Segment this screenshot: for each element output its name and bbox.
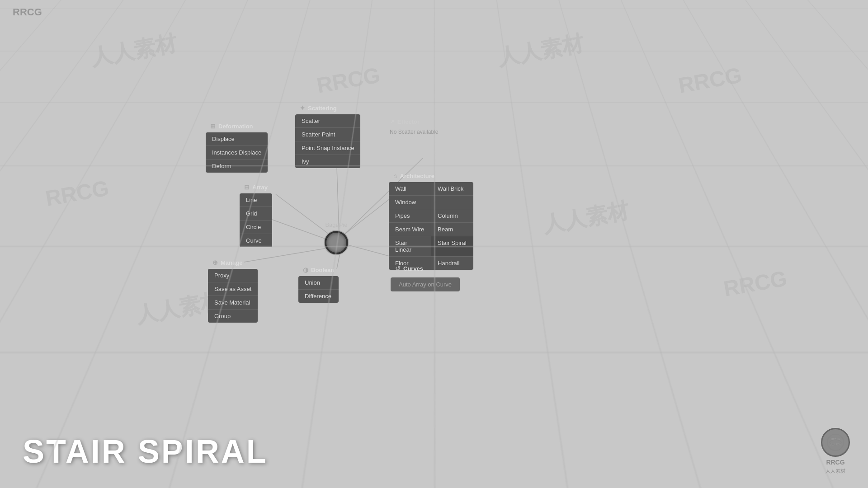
effector-icon: ↗ (390, 118, 395, 125)
array-icon: ⊟ (244, 183, 250, 191)
arch-item-stair-spiral[interactable]: Stair Spiral (431, 236, 473, 256)
manage-icon: ⊕ (212, 259, 218, 266)
scattering-header: ✦ Scattering (295, 102, 360, 114)
rrcg-logo-circle: RRCG 人人素材 (821, 428, 850, 457)
curves-header: ↺ Curves (391, 262, 460, 275)
boolean-header: ◑ Boolean (298, 263, 339, 276)
scattering-panel: ✦ Scattering Scatter Scatter Paint Point… (295, 102, 360, 168)
boolean-icon: ◑ (303, 266, 308, 273)
array-title: Array (252, 184, 268, 191)
array-item-grid[interactable]: Grid (240, 207, 272, 221)
manage-item-group[interactable]: Group (208, 310, 258, 323)
curves-panel: ↺ Curves Auto Array on Curve (391, 262, 460, 291)
boolean-title: Boolean (311, 267, 334, 273)
array-header: ⊟ Array (240, 181, 272, 193)
scattering-items: Scatter Scatter Paint Point Snap Instanc… (295, 114, 360, 168)
manage-panel: ⊕ Manage Proxy Save as Asset Save Materi… (208, 256, 258, 323)
effector-sub: No Scatter available (390, 127, 438, 137)
array-items: Line Grid Circle Curve (240, 193, 272, 247)
deformation-item-instances-displace[interactable]: Instances Displace (206, 146, 268, 160)
curves-icon: ↺ (395, 265, 401, 272)
svg-line-3 (344, 194, 396, 235)
effector-title: Effector (397, 118, 420, 125)
watermark-2: RRCG (315, 62, 382, 98)
scattering-icon: ✦ (300, 104, 305, 112)
arch-item-pipes[interactable]: Pipes (389, 209, 431, 222)
curves-title: Curves (403, 265, 423, 272)
manage-title: Manage (221, 259, 242, 266)
arch-item-window[interactable]: Window (389, 196, 431, 209)
arch-item-wall-brick[interactable]: Wall Brick (431, 182, 473, 195)
watermark-4: RRCG (676, 62, 744, 98)
arch-item-wall[interactable]: Wall (389, 182, 431, 195)
watermark-1: 人人素材 (89, 29, 179, 72)
array-item-line[interactable]: Line (240, 193, 272, 207)
rrcg-logo-text: RRCG (826, 459, 844, 466)
deformation-items: Displace Instances Displace Deform (206, 132, 268, 173)
architecture-header: ⌂ Architecture (389, 169, 473, 182)
watermark-6: 人人素材 (541, 196, 631, 239)
scattering-item-scatter-paint[interactable]: Scatter Paint (295, 128, 360, 141)
scattering-title: Scattering (308, 105, 337, 112)
rrcg-logo: RRCG 人人素材 RRCG 人人素材 (821, 428, 850, 474)
manage-item-save-asset[interactable]: Save as Asset (208, 282, 258, 296)
deformation-item-displace[interactable]: Displace (206, 132, 268, 146)
manage-item-save-material[interactable]: Save Material (208, 296, 258, 310)
scattering-item-ivy[interactable]: Ivy (295, 155, 360, 168)
bagapie-label: BagaPie (325, 221, 347, 228)
array-item-circle[interactable]: Circle (240, 221, 272, 234)
boolean-item-union[interactable]: Union (298, 276, 339, 290)
arch-item-beam-wire[interactable]: Beam Wire (389, 223, 431, 236)
arch-row-beam: Beam Wire Beam (389, 223, 473, 236)
watermark-5: RRCG (43, 175, 111, 211)
bottom-title: STAIR SPIRAL (23, 433, 268, 470)
rrcg-topleft-label: RRCG (13, 6, 42, 18)
scattering-item-point-snap[interactable]: Point Snap Instance (295, 141, 360, 155)
manage-item-proxy[interactable]: Proxy (208, 269, 258, 282)
scattering-item-scatter[interactable]: Scatter (295, 114, 360, 128)
deformation-title: Deformation (218, 123, 253, 130)
watermark-3: 人人素材 (495, 29, 586, 72)
arch-item-beam[interactable]: Beam (431, 223, 473, 236)
arch-row-stair: Stair Linear Stair Spiral (389, 236, 473, 257)
arch-item-column[interactable]: Column (431, 209, 473, 222)
bagapie-circle[interactable] (325, 231, 348, 254)
auto-array-button[interactable]: Auto Array on Curve (391, 277, 460, 291)
svg-point-8 (827, 434, 844, 450)
arch-row-pipes: Pipes Column (389, 209, 473, 223)
arch-item-window-empty (431, 196, 473, 209)
arch-row-wall: Wall Wall Brick (389, 182, 473, 196)
rrcg-logo-svg: RRCG 人人素材 (826, 432, 845, 452)
array-item-curve[interactable]: Curve (240, 234, 272, 247)
boolean-items: Union Difference (298, 276, 339, 303)
effector-panel: ↗ Effector No Scatter available (390, 117, 438, 137)
manage-items: Proxy Save as Asset Save Material Group (208, 269, 258, 323)
architecture-title: Architecture (400, 173, 434, 179)
arch-row-window: Window (389, 196, 473, 209)
architecture-icon: ⌂ (393, 172, 397, 179)
architecture-items: Wall Wall Brick Window Pipes Column Beam… (389, 182, 473, 270)
bagapie-center: BagaPie (325, 221, 348, 254)
array-panel: ⊟ Array Line Grid Circle Curve (240, 181, 272, 247)
manage-header: ⊕ Manage (208, 256, 258, 269)
architecture-panel: ⌂ Architecture Wall Wall Brick Window Pi… (389, 169, 473, 270)
deformation-panel: ⊞ Deformation Displace Instances Displac… (206, 120, 268, 173)
rrcg-logo-sub: 人人素材 (826, 468, 845, 474)
svg-line-2 (264, 217, 334, 242)
effector-header: ↗ Effector (390, 117, 438, 127)
deformation-header: ⊞ Deformation (206, 120, 268, 132)
boolean-item-difference[interactable]: Difference (298, 290, 339, 303)
boolean-panel: ◑ Boolean Union Difference (298, 263, 339, 303)
arch-item-stair-linear[interactable]: Stair Linear (389, 236, 431, 256)
watermark-7: RRCG (722, 266, 789, 301)
deformation-item-deform[interactable]: Deform (206, 160, 268, 173)
svg-line-4 (244, 246, 338, 262)
deformation-icon: ⊞ (210, 122, 216, 130)
